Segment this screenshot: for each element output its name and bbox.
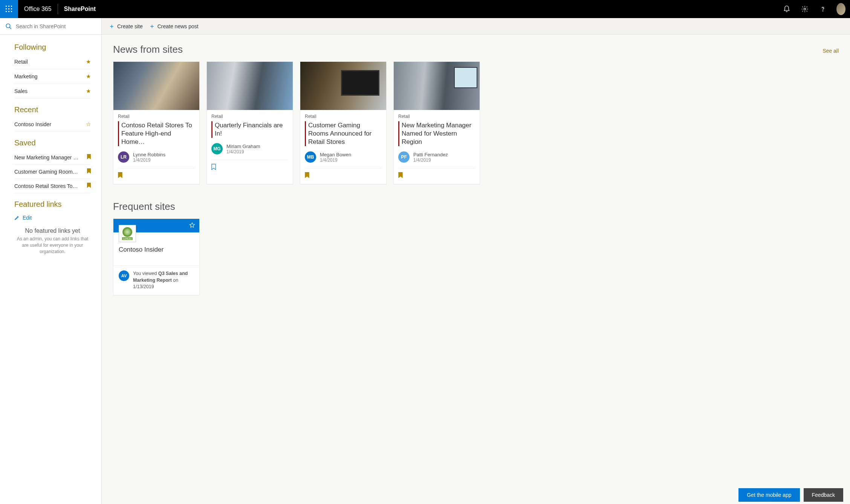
svg-rect-4 xyxy=(8,8,9,9)
notifications-button[interactable] xyxy=(778,0,796,18)
title-accent-bar xyxy=(305,121,306,146)
frequent-sites-section: Frequent sites contoso Contoso Insider xyxy=(113,201,839,295)
recent-item-contoso-insider[interactable]: Contoso Insider ☆ xyxy=(14,117,91,132)
main-scroll[interactable]: News from sites See all Retail Contoso R… xyxy=(102,35,850,504)
author-avatar: MG xyxy=(211,143,223,154)
saved-item-label: New Marketing Manager N… xyxy=(14,154,79,160)
news-card[interactable]: Retail New Marketing Manager Named for W… xyxy=(393,61,480,184)
following-heading: Following xyxy=(14,43,91,52)
suite-bar-left: Office 365 SharePoint xyxy=(0,0,102,18)
news-date: 1/4/2019 xyxy=(226,149,260,154)
svg-rect-7 xyxy=(8,11,9,12)
bookmark-outline-icon[interactable] xyxy=(211,165,216,171)
search-input[interactable] xyxy=(16,23,96,29)
search-icon xyxy=(5,23,12,30)
svg-point-9 xyxy=(804,8,806,10)
svg-point-11 xyxy=(6,24,10,28)
content-row: Following Retail ★ Marketing ★ Sales ★ R… xyxy=(0,18,850,504)
news-thumbnail xyxy=(207,62,293,110)
news-date: 1/4/2019 xyxy=(133,157,165,163)
star-outline-icon[interactable]: ☆ xyxy=(86,121,91,128)
news-heading: News from sites xyxy=(113,44,183,55)
frequent-site-name: Contoso Insider xyxy=(119,246,194,254)
waffle-icon xyxy=(6,6,12,12)
star-filled-icon[interactable]: ★ xyxy=(86,58,91,65)
left-nav: Following Retail ★ Marketing ★ Sales ★ R… xyxy=(0,35,101,270)
news-see-all-link[interactable]: See all xyxy=(822,48,839,54)
bookmark-filled-icon[interactable] xyxy=(398,173,403,179)
author-avatar: LR xyxy=(118,151,129,163)
news-category: Retail xyxy=(305,114,382,119)
saved-item[interactable]: Customer Gaming Rooms A… xyxy=(14,165,91,179)
news-thumbnail xyxy=(300,62,386,110)
bell-icon xyxy=(783,5,790,13)
help-button[interactable] xyxy=(814,0,832,18)
title-accent-bar xyxy=(398,121,399,146)
author-name: Lynne Robbins xyxy=(133,152,165,157)
search-box[interactable] xyxy=(0,18,101,35)
suite-product-label[interactable]: Office 365 xyxy=(18,6,58,12)
following-item-label: Retail xyxy=(14,59,28,65)
suite-bar-right xyxy=(778,0,850,18)
frequent-site-card[interactable]: contoso Contoso Insider AV You viewed Q3… xyxy=(113,218,200,295)
news-category: Retail xyxy=(118,114,195,119)
saved-item[interactable]: Contoso Retail Stores To Fea… xyxy=(14,179,91,193)
saved-item-label: Contoso Retail Stores To Fea… xyxy=(14,183,79,189)
frequent-heading: Frequent sites xyxy=(113,201,839,212)
star-filled-icon[interactable]: ★ xyxy=(86,88,91,95)
news-grid: Retail Contoso Retail Stores To Feature … xyxy=(113,61,839,184)
author-name: Megan Bowen xyxy=(320,152,351,157)
news-date: 1/4/2019 xyxy=(320,157,351,163)
news-title: Customer Gaming Rooms Announced for Reta… xyxy=(308,121,382,146)
saved-item[interactable]: New Marketing Manager N… xyxy=(14,150,91,165)
recent-heading: Recent xyxy=(14,105,91,114)
app-launcher-button[interactable] xyxy=(0,0,18,18)
svg-point-10 xyxy=(823,11,823,11)
svg-rect-6 xyxy=(6,11,7,12)
star-outline-icon[interactable] xyxy=(189,222,196,230)
svg-rect-3 xyxy=(6,8,7,9)
author-name: Patti Fernandez xyxy=(413,152,448,157)
news-card[interactable]: Retail Quarterly Financials are In! MG M… xyxy=(206,61,293,184)
featured-empty-body: As an admin, you can add links that are … xyxy=(14,236,91,255)
bookmark-filled-icon[interactable] xyxy=(87,154,91,160)
footer-buttons: Get the mobile app Feedback xyxy=(738,488,843,502)
title-accent-bar xyxy=(211,121,212,138)
following-item-sales[interactable]: Sales ★ xyxy=(14,84,91,99)
svg-rect-8 xyxy=(11,11,12,12)
bookmark-filled-icon[interactable] xyxy=(305,173,309,179)
gear-icon xyxy=(801,5,809,13)
featured-empty-state: No featured links yet As an admin, you c… xyxy=(14,228,91,255)
svg-rect-1 xyxy=(8,6,9,7)
settings-button[interactable] xyxy=(796,0,814,18)
svg-rect-2 xyxy=(11,6,12,7)
star-filled-icon[interactable]: ★ xyxy=(86,73,91,80)
main-column: ＋ Create site ＋ Create news post News fr… xyxy=(102,18,850,504)
news-thumbnail xyxy=(113,62,199,110)
pencil-icon xyxy=(14,215,20,220)
feedback-button[interactable]: Feedback xyxy=(804,488,843,502)
following-item-retail[interactable]: Retail ★ xyxy=(14,55,91,69)
bookmark-filled-icon[interactable] xyxy=(87,183,91,189)
featured-edit-link[interactable]: Edit xyxy=(14,212,91,224)
news-card[interactable]: Retail Contoso Retail Stores To Feature … xyxy=(113,61,200,184)
create-news-post-button[interactable]: ＋ Create news post xyxy=(149,23,199,29)
site-logo: contoso xyxy=(119,225,136,242)
account-button[interactable] xyxy=(832,0,850,18)
news-category: Retail xyxy=(398,114,475,119)
bookmark-filled-icon[interactable] xyxy=(87,168,91,175)
plus-icon: ＋ xyxy=(149,23,155,29)
news-title: Contoso Retail Stores To Feature High-en… xyxy=(121,121,195,146)
recent-item-label: Contoso Insider xyxy=(14,121,51,127)
create-site-button[interactable]: ＋ Create site xyxy=(109,23,143,29)
author-avatar: MB xyxy=(305,151,316,163)
suite-app-label[interactable]: SharePoint xyxy=(58,6,102,12)
activity-avatar: AV xyxy=(119,270,129,281)
following-item-marketing[interactable]: Marketing ★ xyxy=(14,69,91,84)
following-item-label: Sales xyxy=(14,88,28,94)
news-card[interactable]: Retail Customer Gaming Rooms Announced f… xyxy=(300,61,387,184)
bookmark-filled-icon[interactable] xyxy=(118,173,122,179)
saved-item-label: Customer Gaming Rooms A… xyxy=(14,169,79,175)
left-column: Following Retail ★ Marketing ★ Sales ★ R… xyxy=(0,18,102,504)
get-mobile-app-button[interactable]: Get the mobile app xyxy=(738,488,800,502)
